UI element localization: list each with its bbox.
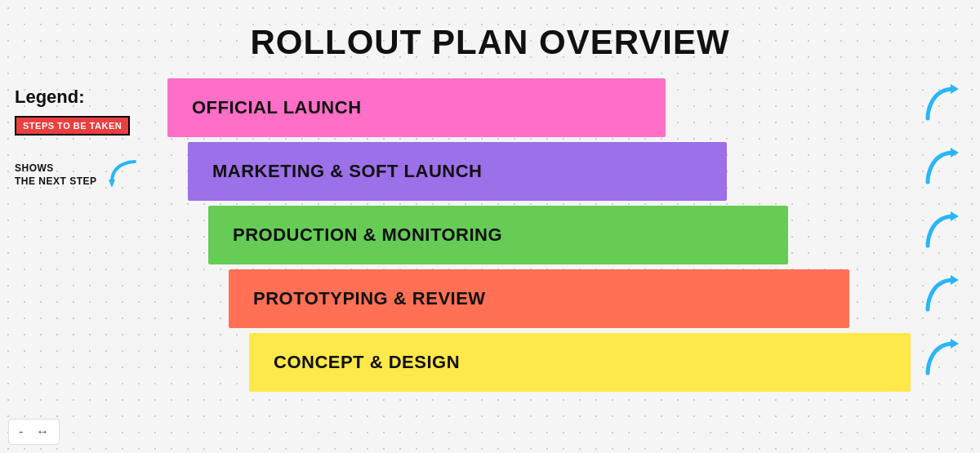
zoom-out-button[interactable]: -	[16, 423, 26, 441]
step-row: OFFICIAL LAUNCH	[167, 78, 915, 137]
arrow-production	[921, 210, 964, 260]
arrow-concept	[921, 337, 964, 388]
arrow-official-launch	[921, 82, 964, 133]
step-label-prototyping: PROTOTYPING & REVIEW	[253, 288, 486, 309]
step-row: PROTOTYPING & REVIEW	[229, 269, 915, 328]
toolbar: - ↔	[8, 419, 60, 445]
legend-title: Legend:	[15, 87, 155, 108]
svg-marker-0	[109, 180, 115, 188]
svg-marker-5	[951, 339, 959, 349]
step-bar-official-launch: OFFICIAL LAUNCH	[167, 78, 666, 137]
step-row: MARKETING & SOFT LAUNCH	[188, 142, 915, 201]
svg-marker-1	[951, 84, 959, 94]
content-area: Legend: STEPS TO BE TAKEN SHOWSTHE NEXT …	[0, 78, 980, 392]
step-bar-concept: CONCEPT & DESIGN	[249, 333, 911, 392]
legend-next-step-text: SHOWSTHE NEXT STEP	[15, 162, 97, 188]
fit-button[interactable]: ↔	[33, 423, 52, 441]
legend-badge: STEPS TO BE TAKEN	[15, 116, 130, 135]
steps-container: OFFICIAL LAUNCH MARKETING & SOFT LAUNCH	[155, 78, 980, 392]
step-label-concept: CONCEPT & DESIGN	[274, 352, 460, 373]
svg-marker-3	[951, 211, 959, 221]
step-bar-production: PRODUCTION & MONITORING	[208, 206, 788, 264]
svg-marker-2	[951, 148, 959, 158]
arrow-marketing	[921, 146, 964, 197]
step-bar-marketing: MARKETING & SOFT LAUNCH	[188, 142, 727, 201]
step-label-production: PRODUCTION & MONITORING	[233, 224, 502, 246]
step-row: PRODUCTION & MONITORING	[208, 206, 915, 264]
step-row: CONCEPT & DESIGN	[163, 333, 915, 392]
legend-panel: Legend: STEPS TO BE TAKEN SHOWSTHE NEXT …	[0, 87, 155, 198]
step-label-official-launch: OFFICIAL LAUNCH	[192, 97, 362, 118]
step-label-marketing: MARKETING & SOFT LAUNCH	[212, 161, 482, 182]
page-title: ROLLOUT PLAN OVERVIEW	[0, 0, 980, 70]
svg-marker-4	[951, 275, 959, 285]
step-bar-prototyping: PROTOTYPING & REVIEW	[229, 269, 849, 328]
arrow-prototyping	[921, 273, 964, 324]
legend-arrow-section: SHOWSTHE NEXT STEP	[15, 153, 155, 198]
legend-arrow-icon	[104, 153, 145, 198]
